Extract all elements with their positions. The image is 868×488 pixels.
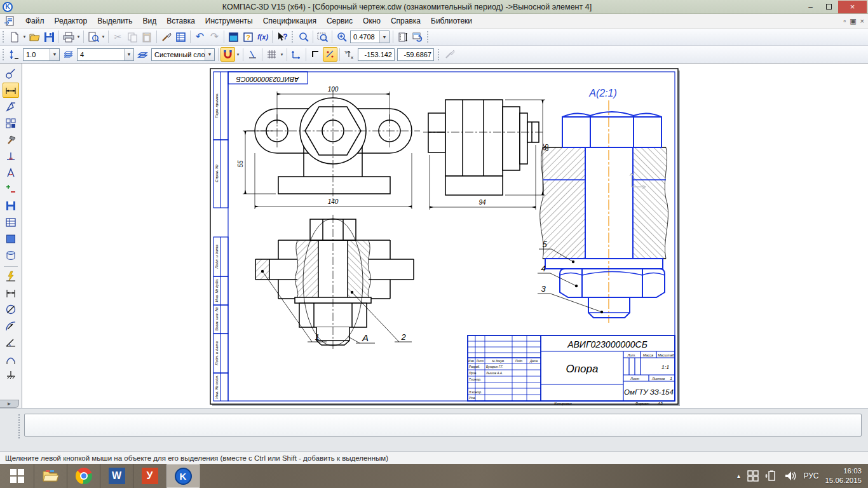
- mdi-close-button[interactable]: ×: [860, 17, 864, 25]
- scale-document-button[interactable]: [395, 30, 410, 44]
- step-combobox[interactable]: 1.0▼: [23, 48, 60, 61]
- restore-button[interactable]: [820, 1, 838, 13]
- macro-tool-button[interactable]: [3, 248, 19, 263]
- save-button[interactable]: [42, 30, 57, 44]
- format-brush-button[interactable]: [159, 30, 173, 44]
- cut-button[interactable]: ✂: [111, 30, 125, 44]
- specification-button[interactable]: [173, 30, 188, 44]
- insert-view-tool-button[interactable]: [3, 231, 19, 247]
- step-button[interactable]: [7, 47, 22, 62]
- undo-button[interactable]: ↶: [193, 30, 207, 44]
- toolbar-grip[interactable]: [2, 48, 5, 61]
- diameter-dimension-button[interactable]: [3, 302, 19, 317]
- snap-button[interactable]: [220, 47, 235, 62]
- menu-tools[interactable]: Инструменты: [200, 15, 258, 27]
- taskbar-chrome-button[interactable]: [67, 464, 100, 488]
- panel-collapse-tab[interactable]: ►: [0, 400, 19, 408]
- local-cs-button[interactable]: [289, 47, 304, 62]
- close-button[interactable]: ×: [838, 1, 867, 13]
- context-help-button[interactable]: ?: [275, 30, 289, 44]
- preview-button[interactable]: [86, 30, 100, 44]
- print-dropdown[interactable]: ▾: [76, 30, 81, 44]
- designations-tool-button[interactable]: [3, 99, 19, 114]
- toolbar-grip[interactable]: [291, 30, 294, 43]
- rounding-button[interactable]: [323, 47, 337, 62]
- new-button[interactable]: [7, 30, 22, 44]
- properties-brush-button[interactable]: [442, 47, 457, 62]
- layer-name-combobox[interactable]: Системный слой (0)▼: [151, 48, 215, 61]
- toolbar-grip[interactable]: [437, 48, 440, 61]
- battery-icon[interactable]: [765, 470, 778, 482]
- coord-y-field[interactable]: -59.6867: [397, 48, 434, 61]
- perpendicular-button[interactable]: [245, 47, 260, 62]
- copy-button[interactable]: [125, 30, 140, 44]
- snap-dropdown[interactable]: ▾: [235, 47, 241, 62]
- toolbar-grip[interactable]: [2, 30, 5, 43]
- specification-tool-button[interactable]: [3, 198, 19, 214]
- new-dropdown[interactable]: ▾: [22, 30, 27, 44]
- linear-dimension-button[interactable]: [3, 285, 19, 301]
- minimize-button[interactable]: –: [801, 1, 820, 13]
- function-button[interactable]: f(x): [255, 30, 270, 44]
- taskbar-explorer-button[interactable]: [34, 464, 67, 488]
- selection-tool-button[interactable]: [3, 182, 19, 197]
- hidden-icons-button[interactable]: ▲: [736, 473, 741, 479]
- preview-dropdown[interactable]: ▾: [100, 30, 106, 44]
- zoom-frame-button[interactable]: [315, 30, 330, 44]
- parametrization-tool-button[interactable]: [3, 149, 19, 164]
- ortho-button[interactable]: [308, 47, 323, 62]
- layer-number-combobox[interactable]: 4▼: [77, 48, 134, 61]
- mdi-restore-button[interactable]: ▣: [850, 17, 856, 25]
- open-button[interactable]: [27, 30, 42, 44]
- mdi-minimize-button[interactable]: ▫: [843, 17, 846, 25]
- help-window-button[interactable]: ?: [241, 30, 255, 44]
- menu-specification[interactable]: Спецификация: [258, 15, 322, 27]
- zoom-select-button[interactable]: [296, 30, 311, 44]
- print-button[interactable]: [61, 30, 76, 44]
- layer-state-button[interactable]: [135, 47, 150, 62]
- auto-dimension-button[interactable]: [3, 269, 19, 284]
- coord-x-field[interactable]: -153.142: [358, 48, 395, 61]
- radial-dimension-button[interactable]: [3, 318, 19, 334]
- menu-editor[interactable]: Редактор: [50, 15, 93, 27]
- menu-file[interactable]: Файл: [20, 15, 50, 27]
- report-tool-button[interactable]: [3, 215, 19, 230]
- coordinates-button[interactable]: Yx: [342, 47, 356, 62]
- layers-button[interactable]: [61, 47, 76, 62]
- menu-help[interactable]: Справка: [386, 15, 426, 27]
- taskbar-kompas-button[interactable]: K: [166, 464, 200, 488]
- menu-view[interactable]: Вид: [138, 15, 162, 27]
- arc-dimension-button[interactable]: [3, 351, 19, 367]
- grid-button[interactable]: [264, 47, 279, 62]
- menu-window[interactable]: Окно: [358, 15, 386, 27]
- grid-dropdown[interactable]: ▾: [279, 47, 285, 62]
- dimensions-tool-button[interactable]: [3, 83, 19, 98]
- clock[interactable]: 16:03 15.06.2015: [825, 466, 862, 485]
- property-bar[interactable]: [24, 414, 862, 437]
- start-button[interactable]: [0, 464, 34, 488]
- new-window-button[interactable]: [226, 30, 241, 44]
- drawing-canvas[interactable]: Перв. примен. Справ. № Подп. и дата Инв.…: [23, 64, 868, 408]
- menu-insert[interactable]: Вставка: [161, 15, 200, 27]
- menu-select[interactable]: Выделить: [92, 15, 137, 27]
- redo-button[interactable]: ↷: [207, 30, 222, 44]
- editing-tool-button[interactable]: [3, 132, 19, 147]
- action-center-icon[interactable]: [747, 470, 759, 482]
- menu-service[interactable]: Сервис: [322, 15, 358, 27]
- angle-dimension-button[interactable]: [3, 335, 19, 350]
- zoom-combobox[interactable]: 0.4708▼: [350, 30, 390, 43]
- document-system-icon[interactable]: [4, 16, 15, 26]
- property-bar-handle[interactable]: [18, 414, 21, 439]
- refresh-button[interactable]: [410, 30, 424, 44]
- menu-libraries[interactable]: Библиотеки: [426, 15, 477, 27]
- datum-button[interactable]: [3, 368, 19, 383]
- zoom-in-button[interactable]: [334, 30, 349, 44]
- volume-icon[interactable]: [784, 470, 797, 482]
- taskbar-orange-app-button[interactable]: У: [133, 464, 166, 488]
- taskbar-word-button[interactable]: W: [100, 464, 133, 488]
- language-indicator[interactable]: РУС: [803, 471, 818, 480]
- paste-button[interactable]: [140, 30, 154, 44]
- measure-tool-button[interactable]: [3, 165, 19, 180]
- designations-build-tool-button[interactable]: [3, 116, 19, 131]
- toolbar-grip[interactable]: [426, 30, 430, 43]
